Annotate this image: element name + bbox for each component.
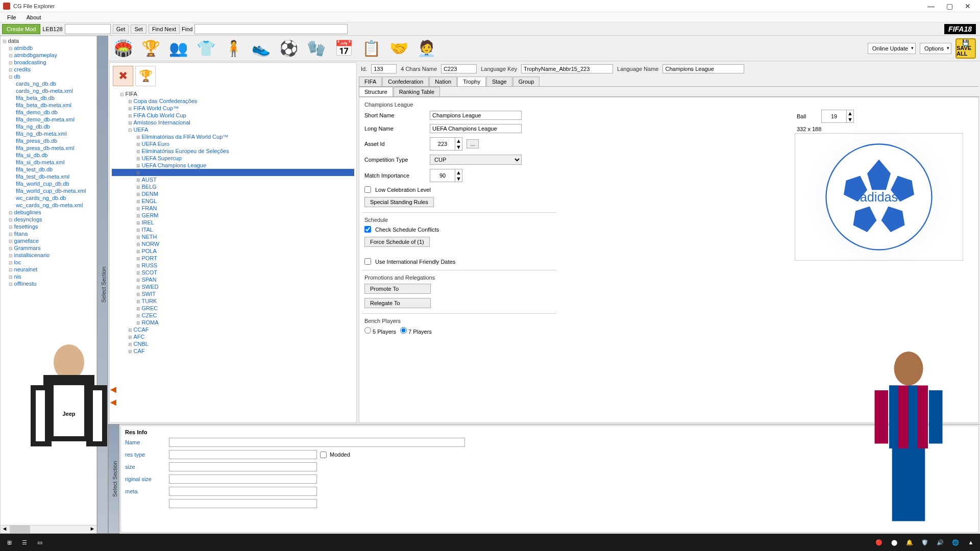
tree-node[interactable] <box>112 169 354 176</box>
tree-node[interactable]: fifa_demo_db-meta.xml <box>2 116 95 123</box>
start-button[interactable]: ⊞ <box>3 536 15 548</box>
find-next-button[interactable]: Find Next <box>149 24 180 34</box>
tree-node[interactable]: neuralnet <box>2 266 95 273</box>
tree-node[interactable]: FIFA World Cup™ <box>112 105 354 112</box>
tree-node[interactable]: BELG <box>112 183 354 190</box>
boot-icon[interactable]: 👟 <box>250 38 272 59</box>
tree-node[interactable]: CAF <box>112 347 354 355</box>
asset-id-input[interactable] <box>430 137 455 151</box>
long-name-input[interactable] <box>430 124 522 133</box>
tree-node[interactable]: fifa_si_db.db <box>2 152 95 159</box>
tree-node[interactable]: wc_cards_ng_db-meta.xml <box>2 202 95 209</box>
check-schedule-checkbox[interactable] <box>364 226 371 233</box>
asset-browse-button[interactable]: ... <box>467 139 479 148</box>
res-type-input[interactable] <box>169 450 317 459</box>
tree-node[interactable]: db <box>2 73 95 80</box>
special-standing-button[interactable]: Special Standing Rules <box>364 197 434 207</box>
gloves-icon[interactable]: 🧤 <box>305 38 327 59</box>
tree-node[interactable]: ITAL <box>112 226 354 233</box>
tree-node[interactable]: credits <box>2 66 95 73</box>
res-origsize-input[interactable] <box>169 474 317 484</box>
tree-node[interactable]: cards_ng_db-meta.xml <box>2 87 95 94</box>
tree-node[interactable]: fifa_press_db-meta.xml <box>2 144 95 152</box>
delete-icon[interactable]: ✖ <box>113 66 133 86</box>
tray-icon[interactable]: 🛡️ <box>919 536 931 548</box>
tree-node[interactable]: SPAN <box>112 276 354 283</box>
menu-file[interactable]: File <box>2 13 21 21</box>
five-players-radio[interactable] <box>364 327 371 334</box>
tree-node[interactable]: desynclogs <box>2 216 95 223</box>
tree-node[interactable]: FIFA Club World Cup <box>112 112 354 119</box>
leb-input[interactable] <box>65 24 111 34</box>
tab-stage[interactable]: Stage <box>486 77 512 86</box>
menu-about[interactable]: About <box>21 13 46 21</box>
tree-node[interactable]: GREC <box>112 305 354 312</box>
tree-node[interactable]: fifa_demo_db.db <box>2 109 95 116</box>
tray-icon[interactable]: 🔊 <box>934 536 946 548</box>
tray-icon[interactable]: 🔴 <box>873 536 885 548</box>
tab-fifa[interactable]: FIFA <box>359 77 382 86</box>
tray-icon[interactable]: 🌐 <box>949 536 962 548</box>
low-celebration-checkbox[interactable] <box>364 186 371 193</box>
tree-node[interactable]: wc_cards_ng_db.db <box>2 194 95 202</box>
tree-node[interactable]: FRAN <box>112 205 354 212</box>
tree-node[interactable]: atmbdbgameplay <box>2 52 95 59</box>
seven-players-radio[interactable] <box>400 327 407 334</box>
tree-node[interactable]: TURK <box>112 297 354 305</box>
tab-confederation[interactable]: Confederation <box>382 77 429 86</box>
tree-node[interactable]: UEFA Champions League <box>112 162 354 169</box>
tree-node[interactable]: SWED <box>112 283 354 290</box>
trophy-icon[interactable]: 🏆 <box>140 38 161 59</box>
trophy-tree[interactable]: FIFA Copa das ConfederaçõesFIFA World Cu… <box>110 89 356 422</box>
tree-node[interactable]: atmbdb <box>2 44 95 52</box>
online-update-dropdown[interactable]: Online Update <box>868 43 916 54</box>
modded-checkbox[interactable] <box>320 452 327 458</box>
tree-node[interactable]: fifa_beta_db.db <box>2 94 95 102</box>
subtab-ranking[interactable]: Ranking Table <box>394 87 440 96</box>
tree-node[interactable]: data <box>2 37 95 44</box>
tree-node[interactable]: IREL <box>112 219 354 226</box>
tree-node[interactable]: SWIT <box>112 290 354 297</box>
tab-group[interactable]: Group <box>513 77 540 86</box>
tree-node[interactable]: fesettings <box>2 223 95 230</box>
tree-node[interactable]: debuglines <box>2 209 95 216</box>
tree-node[interactable]: Eliminatórias da FIFA World Cup™ <box>112 133 354 140</box>
save-all-button[interactable]: 💾SAVE ALL <box>955 38 976 59</box>
tree-node[interactable]: UEFA <box>112 126 354 133</box>
force-schedule-button[interactable]: Force Schedule of (1) <box>364 237 430 247</box>
tree-node[interactable]: fifa_world_cup_db-meta.xml <box>2 187 95 194</box>
tree-node[interactable]: POLA <box>112 247 354 255</box>
set-button[interactable]: Set <box>131 24 146 34</box>
tree-node[interactable]: CZEC <box>112 312 354 319</box>
chars-input[interactable] <box>441 64 477 73</box>
left-tree[interactable]: data atmbdbatmbdbgameplaybroadcastingcre… <box>1 36 96 525</box>
tree-node[interactable]: Amistoso Internacional <box>112 119 354 126</box>
res-meta-input[interactable] <box>169 487 317 496</box>
ball-icon[interactable]: ⚽ <box>278 38 299 59</box>
tree-node[interactable]: PORT <box>112 255 354 262</box>
match-importance-input[interactable] <box>430 169 455 182</box>
tree-node[interactable]: ROMA <box>112 319 354 326</box>
tree-node[interactable]: DENM <box>112 190 354 197</box>
minimize-button[interactable]: — <box>922 0 940 12</box>
create-mod-button[interactable]: Create Mod <box>2 24 40 34</box>
short-name-input[interactable] <box>430 111 522 120</box>
tree-node[interactable]: offlinestu <box>2 280 95 287</box>
tree-node[interactable]: gameface <box>2 237 95 244</box>
tree-node[interactable]: UEFA Euro <box>112 140 354 147</box>
tree-node[interactable]: fifa_test_db.db <box>2 166 95 173</box>
tree-node[interactable]: SCOT <box>112 269 354 276</box>
player-icon[interactable]: 🧍 <box>223 38 244 59</box>
get-button[interactable]: Get <box>113 24 129 34</box>
tree-node[interactable]: CNBL <box>112 340 354 347</box>
tree-node[interactable]: AFC <box>112 333 354 340</box>
tree-node[interactable]: loc <box>2 259 95 266</box>
trophy-icon-small[interactable]: 🏆 <box>135 66 156 86</box>
task-app[interactable]: ▭ <box>34 536 46 548</box>
use-friendly-checkbox[interactable] <box>364 258 371 265</box>
ball-input[interactable] <box>821 110 847 123</box>
left-arrow-icon-2[interactable]: ◄ <box>108 396 118 408</box>
id-input[interactable] <box>371 64 397 73</box>
tab-trophy[interactable]: Trophy <box>457 77 486 86</box>
competition-type-select[interactable]: CUP <box>430 155 522 165</box>
